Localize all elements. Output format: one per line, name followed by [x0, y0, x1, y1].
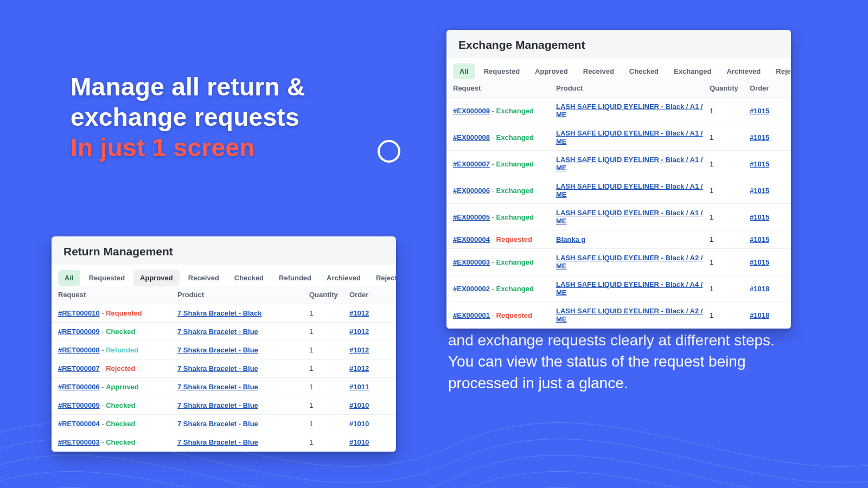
- stage: Manage all return & exchange requests In…: [0, 0, 868, 488]
- product-cell: LASH SAFE LIQUID EYELINER - Black / A2 /…: [556, 254, 710, 270]
- request-id-link[interactable]: #EX000004: [453, 235, 490, 243]
- exchange-table-row: #EX000002 - ExchangedLASH SAFE LIQUID EY…: [446, 275, 791, 302]
- order-link[interactable]: #1010: [349, 438, 369, 446]
- tab-approved[interactable]: Approved: [133, 270, 180, 286]
- return-table-row: #RET000007 - Rejected7 Shakra Bracelet -…: [52, 359, 396, 378]
- request-id-link[interactable]: #EX000006: [453, 187, 490, 195]
- tab-exchanged[interactable]: Exchanged: [667, 63, 718, 79]
- order-link[interactable]: #1015: [750, 258, 769, 266]
- order-link[interactable]: #1011: [349, 383, 369, 391]
- product-link[interactable]: LASH SAFE LIQUID EYELINER - Black / A1 /…: [556, 182, 703, 198]
- product-link[interactable]: LASH SAFE LIQUID EYELINER - Black / A2 /…: [556, 254, 703, 270]
- request-id-link[interactable]: #EX000008: [453, 133, 490, 142]
- tab-rejected[interactable]: Rejected: [369, 270, 396, 286]
- tab-requested[interactable]: Requested: [82, 270, 131, 286]
- product-cell: LASH SAFE LIQUID EYELINER - Black / A1 /…: [556, 156, 710, 172]
- return-table-row: #RET000003 - Checked7 Shakra Bracelet - …: [52, 433, 396, 452]
- order-link[interactable]: #1010: [349, 420, 369, 428]
- order-cell: #1018: [750, 285, 784, 293]
- order-link[interactable]: #1015: [750, 133, 769, 142]
- request-id-link[interactable]: #RET000004: [58, 420, 100, 428]
- product-link[interactable]: LASH SAFE LIQUID EYELINER - Black / A1 /…: [556, 102, 703, 119]
- status-badge: Requested: [496, 311, 532, 319]
- request-cell: #RET000004 - Checked: [58, 420, 177, 428]
- request-id-link[interactable]: #EX000003: [453, 258, 490, 266]
- status-badge: Exchanged: [496, 160, 534, 168]
- tab-rejected[interactable]: Rejected: [769, 63, 791, 79]
- request-id-link[interactable]: #RET000008: [58, 346, 100, 354]
- product-link[interactable]: 7 Shakra Bracelet - Blue: [177, 401, 258, 409]
- product-link[interactable]: 7 Shakra Bracelet - Blue: [177, 364, 258, 373]
- product-link[interactable]: 7 Shakra Bracelet - Blue: [177, 346, 258, 354]
- request-id-link[interactable]: #RET000007: [58, 364, 100, 373]
- separator: -: [100, 420, 106, 428]
- tab-all[interactable]: All: [58, 270, 80, 286]
- status-badge: Checked: [106, 420, 135, 428]
- request-id-link[interactable]: #RET000009: [58, 328, 100, 336]
- tab-archieved[interactable]: Archieved: [720, 63, 767, 79]
- request-id-link[interactable]: #RET000005: [58, 401, 100, 409]
- tab-approved[interactable]: Approved: [528, 63, 575, 79]
- product-link[interactable]: LASH SAFE LIQUID EYELINER - Black / A2 /…: [556, 307, 703, 323]
- order-link[interactable]: #1015: [750, 160, 769, 168]
- order-link[interactable]: #1018: [750, 311, 769, 319]
- request-id-link[interactable]: #EX000001: [453, 311, 490, 319]
- order-link[interactable]: #1015: [750, 107, 769, 115]
- separator: -: [490, 107, 496, 115]
- request-id-link[interactable]: #RET000010: [58, 309, 100, 317]
- tab-checked[interactable]: Checked: [623, 63, 665, 79]
- product-link[interactable]: 7 Shakra Bracelet - Blue: [177, 438, 258, 446]
- product-link[interactable]: LASH SAFE LIQUID EYELINER - Black / A1 /…: [556, 209, 703, 225]
- col-quantity: Quantity: [309, 291, 349, 299]
- request-id-link[interactable]: #EX000009: [453, 107, 490, 115]
- return-panel-title: Return Management: [52, 236, 396, 265]
- order-link[interactable]: #1018: [750, 285, 769, 293]
- order-link[interactable]: #1010: [349, 401, 369, 409]
- tab-refunded[interactable]: Refunded: [272, 270, 318, 286]
- tab-all[interactable]: All: [453, 63, 475, 79]
- request-cell: #EX000005 - Exchanged: [453, 213, 556, 221]
- tab-received[interactable]: Received: [182, 270, 226, 286]
- quantity-cell: 1: [309, 401, 349, 409]
- separator: -: [100, 346, 106, 354]
- product-link[interactable]: 7 Shakra Bracelet - Black: [177, 309, 261, 317]
- separator: -: [490, 285, 496, 293]
- order-cell: #1010: [349, 401, 390, 409]
- product-link[interactable]: 7 Shakra Bracelet - Blue: [177, 383, 258, 391]
- return-table-row: #RET000005 - Checked7 Shakra Bracelet - …: [52, 396, 396, 415]
- order-link[interactable]: #1015: [750, 235, 769, 243]
- separator: -: [100, 401, 106, 409]
- request-id-link[interactable]: #EX000007: [453, 160, 490, 168]
- request-id-link[interactable]: #EX000005: [453, 213, 490, 221]
- exchange-table-row: #EX000001 - RequestedLASH SAFE LIQUID EY…: [446, 302, 791, 329]
- return-table-row: #RET000009 - Checked7 Shakra Bracelet - …: [52, 323, 396, 341]
- request-cell: #EX000009 - Exchanged: [453, 107, 556, 115]
- order-cell: #1012: [349, 364, 390, 373]
- product-link[interactable]: LASH SAFE LIQUID EYELINER - Black / A1 /…: [556, 156, 703, 172]
- request-id-link[interactable]: #EX000002: [453, 285, 490, 293]
- product-link[interactable]: LASH SAFE LIQUID EYELINER - Black / A1 /…: [556, 129, 703, 145]
- order-link[interactable]: #1012: [349, 328, 369, 336]
- tab-received[interactable]: Received: [577, 63, 621, 79]
- product-cell: 7 Shakra Bracelet - Blue: [177, 383, 309, 391]
- order-link[interactable]: #1012: [349, 346, 369, 354]
- product-link[interactable]: 7 Shakra Bracelet - Blue: [177, 420, 258, 428]
- product-link[interactable]: LASH SAFE LIQUID EYELINER - Black / A4 /…: [556, 280, 703, 297]
- order-link[interactable]: #1015: [750, 213, 769, 221]
- request-cell: #RET000007 - Rejected: [58, 364, 177, 373]
- exchange-table-row: #EX000008 - ExchangedLASH SAFE LIQUID EY…: [446, 124, 791, 151]
- order-link[interactable]: #1015: [750, 187, 769, 195]
- tab-archieved[interactable]: Archieved: [320, 270, 367, 286]
- order-link[interactable]: #1012: [349, 364, 369, 373]
- product-link[interactable]: 7 Shakra Bracelet - Blue: [177, 328, 258, 336]
- exchange-table-row: #EX000006 - ExchangedLASH SAFE LIQUID EY…: [446, 177, 791, 204]
- quantity-cell: 1: [710, 213, 750, 221]
- tab-requested[interactable]: Requested: [477, 63, 526, 79]
- quantity-cell: 1: [710, 160, 750, 168]
- request-id-link[interactable]: #RET000006: [58, 383, 100, 391]
- product-link[interactable]: Blanka g: [556, 235, 585, 243]
- order-link[interactable]: #1012: [349, 309, 369, 317]
- request-id-link[interactable]: #RET000003: [58, 438, 100, 446]
- tab-checked[interactable]: Checked: [228, 270, 270, 286]
- return-table-row: #RET000008 - Refunded7 Shakra Bracelet -…: [52, 341, 396, 359]
